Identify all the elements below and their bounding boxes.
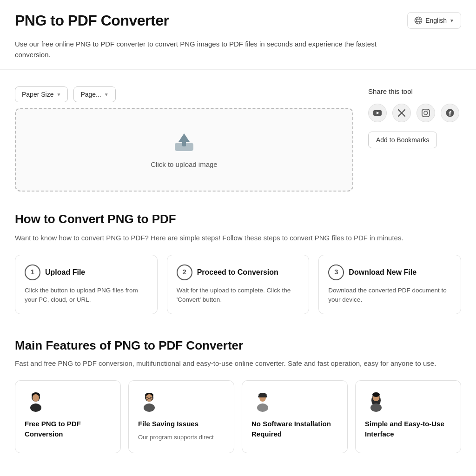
feature-avatar-1 [25, 390, 47, 412]
svg-rect-6 [182, 140, 186, 146]
step-num-2: 2 [177, 264, 192, 280]
step-num-1: 1 [25, 264, 40, 280]
features-desc: Fast and free PNG to PDF conversion, mul… [15, 358, 461, 369]
step-title-3: Download New File [349, 267, 416, 278]
how-to-title: How to Convert PNG to PDF [15, 210, 461, 228]
step-num-3: 3 [328, 264, 344, 280]
svg-point-10 [424, 111, 428, 115]
step-title-1: Upload File [45, 267, 85, 278]
page-chevron-icon: ▼ [104, 92, 109, 97]
upload-label: Click to upload image [151, 159, 217, 170]
x-twitter-icon[interactable] [392, 104, 411, 122]
feature-title-1: Free PNG to PDF Conversion [25, 419, 111, 440]
step-card-2: 2 Proceed to Conversion Wait for the upl… [167, 255, 310, 315]
feature-avatar-2 [138, 390, 160, 412]
share-title: Share this tool [368, 86, 461, 97]
paper-size-label: Paper Size [22, 91, 53, 98]
step-header-1: 1 Upload File [25, 264, 148, 280]
divider [0, 69, 476, 70]
steps-row: 1 Upload File Click the button to upload… [15, 255, 461, 315]
globe-icon [414, 16, 423, 25]
feature-avatar-4 [365, 390, 387, 412]
feature-card-1: Free PNG to PDF Conversion [15, 380, 121, 453]
step-card-3: 3 Download New File Download the convert… [318, 255, 461, 315]
svg-point-19 [146, 394, 152, 402]
features-title: Main Features of PNG to PDF Converter [15, 337, 461, 355]
feature-title-4: Simple and Easy-to-Use Interface [365, 419, 451, 440]
svg-point-23 [144, 403, 155, 412]
svg-point-0 [415, 17, 422, 24]
bookmark-button[interactable]: Add to Bookmarks [368, 132, 437, 148]
step-card-1: 1 Upload File Click the button to upload… [15, 255, 158, 315]
feature-avatar-3 [251, 390, 274, 412]
svg-point-15 [33, 394, 39, 402]
language-label: English [425, 17, 447, 24]
feature-title-2: File Saving Issues [138, 419, 225, 430]
feature-card-4: Simple and Easy-to-Use Interface [355, 380, 461, 453]
feature-card-3: No Software Installation Required [242, 380, 348, 453]
instagram-icon[interactable] [416, 104, 435, 122]
paper-size-chevron-icon: ▼ [56, 92, 61, 97]
svg-point-31 [370, 403, 382, 412]
step-header-2: 2 Proceed to Conversion [177, 264, 300, 280]
features-row: Free PNG to PDF Conversion File Saving I… [15, 380, 461, 453]
feature-title-3: No Software Installation Required [251, 419, 338, 440]
svg-rect-26 [258, 396, 267, 397]
page-dropdown[interactable]: Page... ▼ [73, 86, 115, 102]
svg-point-16 [30, 403, 41, 412]
feature-desc-2: Our program supports direct [138, 433, 225, 442]
chevron-down-icon: ▼ [450, 18, 454, 23]
features-section: Main Features of PNG to PDF Converter Fa… [0, 325, 476, 464]
controls-row: Paper Size ▼ Page... ▼ [15, 86, 353, 102]
feature-card-2: File Saving Issues Our program supports … [128, 380, 234, 453]
header: PNG to PDF Converter English ▼ [0, 0, 476, 39]
page-description: Use our free online PNG to PDF converter… [0, 39, 418, 69]
page-title: PNG to PDF Converter [15, 9, 169, 32]
how-to-desc: Want to know how to convert PNG to PDF? … [15, 233, 461, 244]
step-header-3: 3 Download New File [328, 264, 451, 280]
step-title-2: Proceed to Conversion [197, 267, 278, 278]
step-desc-2: Wait for the upload to complete. Click t… [177, 286, 300, 305]
how-to-section: How to Convert PNG to PDF Want to know h… [0, 199, 476, 325]
page-label: Page... [80, 91, 101, 98]
social-icons [368, 104, 461, 122]
main-area: Paper Size ▼ Page... ▼ Click to upload i… [0, 79, 476, 199]
youtube-icon[interactable] [368, 104, 387, 122]
svg-point-1 [417, 17, 420, 24]
upload-box[interactable]: Click to upload image [15, 108, 353, 192]
step-desc-3: Download the converted PDF document to y… [328, 286, 451, 305]
svg-point-30 [372, 392, 380, 397]
upload-section: Paper Size ▼ Page... ▼ Click to upload i… [15, 86, 353, 192]
svg-rect-9 [422, 109, 430, 117]
upload-icon [172, 130, 196, 154]
language-selector[interactable]: English ▼ [407, 12, 461, 29]
paper-size-dropdown[interactable]: Paper Size ▼ [15, 86, 68, 102]
facebook-icon[interactable] [441, 104, 459, 122]
svg-point-11 [428, 110, 429, 111]
step-desc-1: Click the button to upload PNG files fro… [25, 286, 148, 305]
svg-point-27 [257, 403, 268, 412]
sidebar: Share this tool [368, 86, 461, 148]
